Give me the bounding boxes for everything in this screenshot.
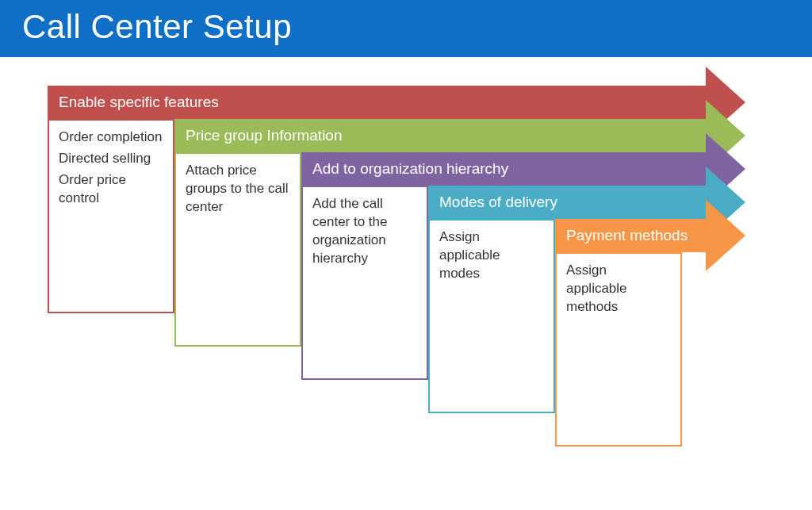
step-item: Order price control — [59, 171, 163, 208]
step-item: Assign applicable methods — [566, 262, 671, 316]
process-diagram: Enable specific features Order completio… — [48, 67, 761, 510]
step-description: Assign applicable methods — [555, 252, 682, 447]
step-label: Add to organization hierarchy — [312, 160, 508, 178]
step-description: Add the call center to the organization … — [301, 186, 428, 380]
step-description: Attach price groups to the call center — [174, 152, 301, 347]
title-bar: Call Center Setup — [0, 0, 812, 57]
step-header: Modes of delivery — [428, 186, 706, 219]
step-header: Price group Information — [174, 119, 706, 152]
step-item: Attach price groups to the call center — [186, 162, 290, 217]
step-description: Order completion Directed selling Order … — [48, 119, 174, 313]
step-header: Enable specific features — [48, 86, 706, 119]
step-label: Payment methods — [566, 227, 688, 244]
step-item: Order completion — [59, 128, 163, 147]
step-label: Price group Information — [186, 127, 343, 144]
arrow-icon — [706, 200, 745, 271]
step-header: Add to organization hierarchy — [301, 152, 706, 186]
page-title: Call Center Setup — [22, 8, 790, 46]
step-item: Directed selling — [59, 150, 163, 168]
step-item: Assign applicable modes — [439, 228, 544, 283]
step-description: Assign applicable modes — [428, 219, 555, 413]
step-header: Payment methods — [555, 219, 706, 252]
step-item: Add the call center to the organization … — [312, 195, 417, 268]
step-label: Enable specific features — [59, 94, 219, 111]
step-label: Modes of delivery — [439, 194, 557, 211]
